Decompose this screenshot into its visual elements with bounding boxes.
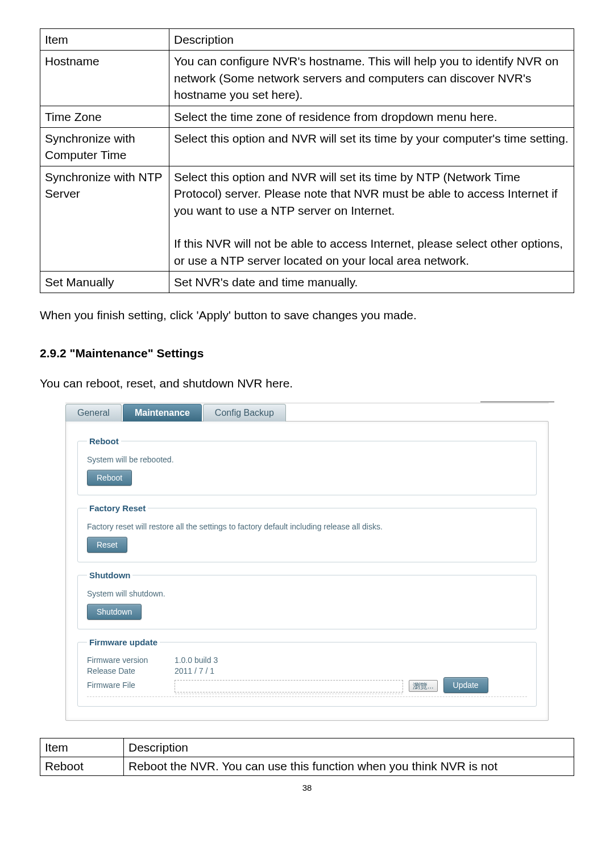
tab-maintenance[interactable]: Maintenance [123,404,202,422]
table-row: Hostname [40,51,169,106]
tab-config-backup[interactable]: Config Backup [203,404,286,422]
shutdown-legend: Shutdown [87,570,132,580]
browse-button[interactable]: 瀏覽... [409,680,438,692]
th-item: Item [40,738,124,757]
tab-bar: General Maintenance Config Backup [65,404,549,422]
table-row: Synchronize with Computer Time [40,127,169,166]
shutdown-fieldset: Shutdown System will shutdown. Shutdown [77,570,537,629]
table-row: Select this option and NVR will set its … [169,127,574,166]
th-description: Description [169,29,574,51]
th-description: Description [124,738,574,757]
tab-general[interactable]: General [65,404,122,422]
table-row: Set Manually [40,272,169,293]
shutdown-button[interactable]: Shutdown [87,604,142,620]
reboot-button[interactable]: Reboot [87,470,132,486]
factory-reset-fieldset: Factory Reset Factory reset will restore… [77,503,537,562]
maintenance-panel: Reboot System will be rebooted. Reboot F… [65,421,549,721]
firmware-file-label: Firmware File [87,681,172,690]
firmware-update-legend: Firmware update [87,637,160,647]
reboot-text: System will be rebooted. [87,455,527,464]
table-row: Time Zone [40,106,169,127]
release-date-label: Release Date [87,666,172,675]
factory-reset-legend: Factory Reset [87,503,148,513]
firmware-version-value: 1.0.0 build 3 [175,656,218,665]
reboot-fieldset: Reboot System will be rebooted. Reboot [77,436,537,495]
shutdown-text: System will shutdown. [87,589,527,598]
factory-reset-text: Factory reset will restore all the setti… [87,522,527,531]
table-row: Select this option and NVR will set its … [169,166,574,271]
table-row: Set NVR's date and time manually. [169,272,574,293]
firmware-version-row: Firmware version 1.0.0 build 3 [87,656,527,665]
table-row: Reboot the NVR. You can use this functio… [124,757,574,776]
firmware-update-fieldset: Firmware update Firmware version 1.0.0 b… [77,637,537,707]
decorative-line [480,402,554,402]
reboot-description-table: Item Description Reboot Reboot the NVR. … [40,738,574,776]
firmware-file-input[interactable] [175,680,403,692]
section-heading: 2.9.2 "Maintenance" Settings [40,347,574,360]
table-row: Synchronize with NTP Server [40,166,169,271]
table-row: Reboot [40,757,124,776]
release-date-value: 2011 / 7 / 1 [175,666,214,675]
page-number: 38 [40,783,574,792]
decorative-divider [87,696,527,697]
maintenance-screenshot: General Maintenance Config Backup Reboot… [65,403,549,721]
reset-button[interactable]: Reset [87,537,127,553]
firmware-version-label: Firmware version [87,656,172,665]
table-row: You can configure NVR's hostname. This w… [169,51,574,106]
th-item: Item [40,29,169,51]
paragraph: When you finish setting, click 'Apply' b… [40,307,574,323]
paragraph: You can reboot, reset, and shutdown NVR … [40,375,574,391]
firmware-file-row: Firmware File 瀏覽... Update [87,677,527,693]
update-button[interactable]: Update [443,677,488,693]
reboot-legend: Reboot [87,436,121,446]
table-row: Select the time zone of residence from d… [169,106,574,127]
release-date-row: Release Date 2011 / 7 / 1 [87,666,527,675]
settings-description-table: Item Description Hostname You can config… [40,28,574,293]
